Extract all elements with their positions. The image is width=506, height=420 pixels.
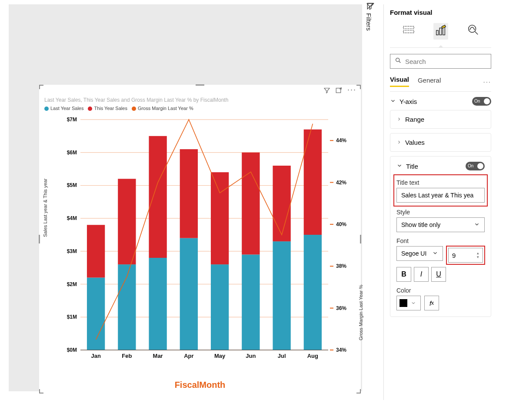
resize-handle-tl[interactable] xyxy=(39,85,43,89)
legend-item-this-year: This Year Sales xyxy=(94,106,127,111)
svg-text:Aug: Aug xyxy=(307,353,318,359)
svg-text:Jan: Jan xyxy=(91,353,100,359)
svg-rect-39 xyxy=(180,149,198,238)
svg-text:38%: 38% xyxy=(336,263,346,269)
pane-title: Format visual xyxy=(390,9,491,16)
resize-handle-right[interactable] xyxy=(360,235,361,243)
x-axis-label: FiscalMonth xyxy=(39,380,361,390)
svg-text:42%: 42% xyxy=(336,180,346,186)
svg-text:Apr: Apr xyxy=(184,353,193,359)
chevron-down-icon[interactable] xyxy=(390,98,396,105)
y-axis-left-label: Sales Last year & This year xyxy=(43,179,48,237)
svg-text:$4M: $4M xyxy=(67,215,77,221)
svg-text:Jun: Jun xyxy=(246,353,256,359)
tabs-more-icon[interactable]: ··· xyxy=(483,78,491,85)
svg-text:34%: 34% xyxy=(336,347,346,353)
underline-button[interactable]: U xyxy=(431,267,446,282)
filter-icon[interactable] xyxy=(323,87,331,96)
svg-text:Mar: Mar xyxy=(153,353,163,359)
svg-rect-56 xyxy=(436,30,438,35)
chevron-right-icon xyxy=(396,116,402,123)
color-label: Color xyxy=(396,287,485,294)
svg-text:44%: 44% xyxy=(336,137,346,143)
search-icon xyxy=(395,57,402,66)
svg-text:May: May xyxy=(214,353,226,359)
svg-rect-30 xyxy=(87,225,105,277)
analytics-icon[interactable] xyxy=(466,23,479,40)
values-label: Values xyxy=(405,139,425,146)
font-size-input[interactable]: 9 ▴▾ xyxy=(448,248,483,263)
report-canvas: ··· Last Year Sales, This Year Sales and… xyxy=(9,4,362,391)
font-label: Font xyxy=(396,237,485,244)
chart-legend: Last Year Sales This Year Sales Gross Ma… xyxy=(44,106,193,111)
format-visual-pane: Format visual Visual General ··· Y-axis … xyxy=(383,4,497,400)
svg-rect-38 xyxy=(180,238,198,350)
range-label: Range xyxy=(405,116,424,123)
svg-rect-57 xyxy=(439,28,442,35)
chart-plot-area: $0M$1M$2M$3M$4M$5M$6M$7M34%36%38%40%42%4… xyxy=(57,115,352,367)
svg-rect-35 xyxy=(149,258,166,350)
svg-text:$0M: $0M xyxy=(67,347,77,353)
tab-visual[interactable]: Visual xyxy=(390,76,409,87)
tab-general[interactable]: General xyxy=(418,77,441,87)
svg-rect-50 xyxy=(304,235,322,350)
svg-text:$3M: $3M xyxy=(67,248,77,254)
svg-rect-44 xyxy=(242,254,260,350)
chevron-down-icon xyxy=(432,250,438,257)
style-select[interactable]: Show title only xyxy=(396,217,485,232)
color-picker[interactable] xyxy=(396,296,421,310)
style-label: Style xyxy=(396,209,485,216)
svg-text:40%: 40% xyxy=(336,221,346,227)
yaxis-section-label[interactable]: Y-axis xyxy=(399,98,417,105)
svg-text:Feb: Feb xyxy=(122,353,132,359)
svg-text:$1M: $1M xyxy=(67,314,77,320)
format-visual-icon[interactable] xyxy=(433,23,448,40)
search-input[interactable] xyxy=(405,58,488,65)
legend-item-margin: Gross Margin Last Year % xyxy=(138,106,193,111)
svg-point-60 xyxy=(396,58,399,62)
title-text-label: Title text xyxy=(396,179,485,186)
chevron-right-icon xyxy=(396,139,402,146)
svg-text:$6M: $6M xyxy=(67,150,77,156)
svg-rect-33 xyxy=(118,179,136,264)
svg-rect-54 xyxy=(403,27,413,29)
chevron-down-icon xyxy=(474,221,480,229)
svg-rect-42 xyxy=(211,172,229,264)
y-axis-right-label: Gross Margin Last Year % xyxy=(358,285,363,340)
title-section-label[interactable]: Title xyxy=(406,163,418,170)
font-family-select[interactable]: Segoe UI xyxy=(396,246,443,261)
more-options-icon[interactable]: ··· xyxy=(347,87,356,96)
focus-mode-icon[interactable] xyxy=(335,87,343,96)
values-card[interactable]: Values xyxy=(390,133,491,152)
svg-rect-45 xyxy=(242,153,260,255)
search-input-container[interactable] xyxy=(390,54,491,69)
filters-pane-label[interactable]: Filters xyxy=(365,9,373,31)
svg-rect-48 xyxy=(273,166,290,241)
color-swatch xyxy=(399,299,407,307)
svg-text:36%: 36% xyxy=(336,305,346,311)
resize-handle-tr[interactable] xyxy=(356,85,361,89)
italic-button[interactable]: I xyxy=(414,267,429,282)
resize-handle-top[interactable] xyxy=(196,84,204,86)
svg-text:$5M: $5M xyxy=(67,182,77,188)
yaxis-toggle[interactable]: On xyxy=(472,97,491,106)
chart-visual[interactable]: ··· Last Year Sales, This Year Sales and… xyxy=(39,85,361,393)
title-text-input[interactable]: Sales Last year & This yea xyxy=(396,188,485,203)
bold-button[interactable]: B xyxy=(396,267,411,282)
svg-rect-55 xyxy=(403,30,413,33)
svg-text:Jul: Jul xyxy=(278,353,286,359)
chevron-down-icon xyxy=(411,300,416,307)
chevron-down-icon[interactable] xyxy=(396,163,403,170)
svg-rect-41 xyxy=(211,264,229,350)
svg-rect-36 xyxy=(149,136,166,258)
svg-text:$2M: $2M xyxy=(67,281,77,287)
resize-handle-left[interactable] xyxy=(39,235,40,243)
fx-button[interactable]: fx xyxy=(424,296,439,310)
range-card[interactable]: Range xyxy=(390,110,491,129)
title-toggle[interactable]: On xyxy=(466,162,485,170)
stepper-down-icon[interactable]: ▾ xyxy=(477,255,479,259)
svg-text:$7M: $7M xyxy=(67,117,77,123)
build-visual-icon[interactable] xyxy=(402,23,415,40)
svg-point-59 xyxy=(468,25,476,33)
legend-item-last-year: Last Year Sales xyxy=(50,106,83,111)
